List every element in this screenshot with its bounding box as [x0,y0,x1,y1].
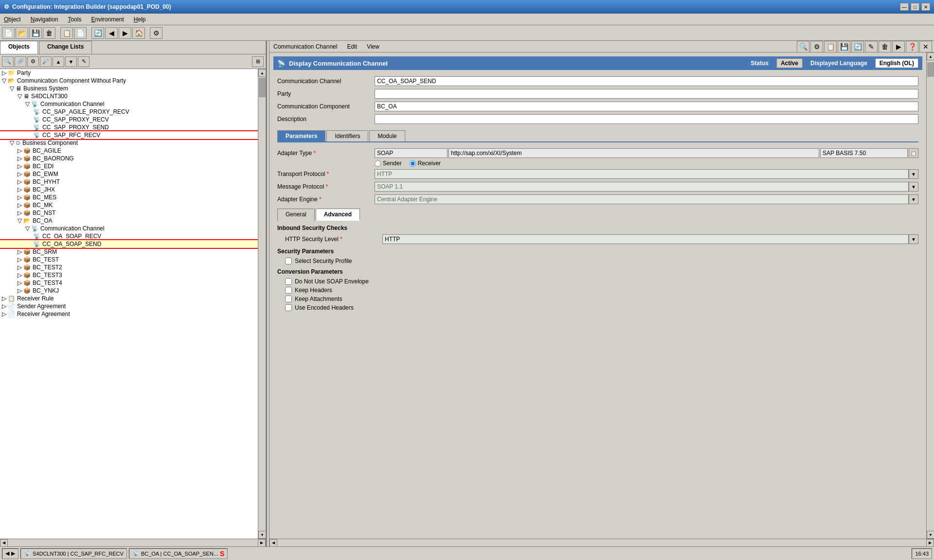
status-scroll-left[interactable]: ◀ [5,550,9,557]
keep-attachments-checkbox[interactable] [285,296,292,302]
right-scroll-right[interactable]: ▶ [926,539,934,547]
transport-protocol-dropdown-btn[interactable]: ▼ [909,169,918,179]
tree-node-bc-oa[interactable]: ▽ 📂 BC_OA [0,217,258,225]
tree-node-bc-ynkj[interactable]: ▷ 📦 BC_YNKJ [0,287,258,295]
minimize-button[interactable]: — [900,3,909,11]
adapter-type-version[interactable] [820,148,908,158]
left-toolbar-btn2[interactable]: 🔗 [15,56,26,67]
toolbar-refresh[interactable]: 🔄 [91,27,104,39]
left-toolbar-btn3[interactable]: ⚙ [27,56,39,67]
right-scroll-thumb[interactable] [927,62,934,77]
close-button[interactable]: ✕ [921,3,930,11]
tree-node-bc-nst[interactable]: ▷ 📦 BC_NST [0,209,258,217]
adapter-type-value[interactable] [375,148,448,158]
right-menu-view[interactable]: View [365,42,381,51]
tree-node-cc-oa-soap-send[interactable]: 📡 CC_OA_SOAP_SEND [0,240,258,248]
tree-node-cc-proxy-recv[interactable]: 📡 CC_SAP_PROXY_RECV [0,116,258,123]
sub-tab-advanced[interactable]: Advanced [316,209,360,221]
tree-horiz-scrollbar[interactable]: ◀ ▶ [0,539,266,546]
left-toolbar-expand[interactable]: ⊞ [252,56,264,67]
right-horiz-scrollbar[interactable]: ◀ ▶ [269,539,934,546]
tree-node-bc-srm[interactable]: ▷ 📦 BC_SRM [0,248,258,256]
tree-node-business-component[interactable]: ▽ ⊙ Business Component [0,139,258,147]
message-protocol-dropdown-btn[interactable]: ▼ [909,182,918,192]
menu-object[interactable]: Object [2,15,23,24]
right-toolbar-btn9[interactable]: ❓ [906,41,918,52]
tree-node-comm-channel-bc-oa[interactable]: ▽ 📡 Communication Channel [0,225,258,232]
tree-node-bc-mes[interactable]: ▷ 📦 BC_MES [0,193,258,201]
right-vertical-scrollbar[interactable]: ▲ ▼ [926,52,934,539]
tree-node-bc-baorong[interactable]: ▷ 📦 BC_BAORONG [0,155,258,162]
tab-change-lists[interactable]: Change Lists [39,41,92,54]
right-toolbar-btn3[interactable]: 📋 [824,41,837,52]
tree-node-bc-hyht[interactable]: ▷ 📦 BC_HYHT [0,178,258,186]
tree-node-receiver-agreement[interactable]: ▷ 📄 Receiver Agreement [0,310,258,318]
tab-identifiers[interactable]: Identifiers [326,130,368,141]
toolbar-open[interactable]: 📂 [16,27,28,39]
http-security-level-dropdown-btn[interactable]: ▼ [909,234,918,244]
sender-radio[interactable] [375,160,381,167]
right-scroll-up[interactable]: ▲ [927,52,934,60]
maximize-button[interactable]: □ [911,3,919,11]
tree-node-bc-test4[interactable]: ▷ 📦 BC_TEST4 [0,279,258,287]
sender-radio-label[interactable]: Sender [375,160,402,167]
tree-scroll-up[interactable]: ▲ [258,69,266,77]
tree-node-bc-test2[interactable]: ▷ 📦 BC_TEST2 [0,263,258,271]
right-scroll-down[interactable]: ▼ [927,531,934,539]
tab-objects[interactable]: Objects [0,41,38,54]
right-toolbar-btn1[interactable]: 🔍 [797,41,809,52]
left-toolbar-btn6[interactable]: ▼ [65,56,77,67]
right-toolbar-btn7[interactable]: 🗑 [879,41,891,52]
toolbar-delete[interactable]: 🗑 [43,27,55,39]
toolbar-paste[interactable]: 📄 [74,27,87,39]
lang-dropdown[interactable]: English (OL) [875,58,918,68]
toolbar-forward[interactable]: ▶ [119,27,131,39]
tree-vertical-scrollbar[interactable]: ▲ ▼ [258,69,266,539]
tree-node-comm-channel-s4[interactable]: ▽ 📡 Communication Channel [0,100,258,108]
tab-parameters[interactable]: Parameters [277,130,325,141]
menu-tools[interactable]: Tools [66,15,83,24]
right-scroll-left[interactable]: ◀ [269,539,277,547]
tree-scroll-thumb[interactable] [259,78,266,97]
tree-scroll-left[interactable]: ◀ [0,539,8,547]
right-toolbar-btn8[interactable]: ▶ [892,41,905,52]
toolbar-back[interactable]: ◀ [105,27,118,39]
toolbar-copy[interactable]: 📋 [60,27,73,39]
do-not-use-soap-checkbox[interactable] [285,278,292,285]
tree-node-cc-oa-soap-recv[interactable]: 📡 CC_OA_SOAP_RECV [0,232,258,240]
tree-node-cc-proxy-send[interactable]: 📡 CC_SAP_PROXY_SEND [0,123,258,131]
keep-headers-checkbox[interactable] [285,287,292,294]
tree-node-bc-edi[interactable]: ▷ 📦 BC_EDI [0,162,258,170]
comm-component-input[interactable] [375,102,918,111]
status-scroll-right[interactable]: ▶ [11,550,15,557]
adapter-type-copy-btn[interactable]: 📋 [909,148,918,158]
adapter-type-url[interactable] [449,148,819,158]
tree-node-cc-rfc-recv[interactable]: 📡 CC_SAP_RFC_RECV [0,131,258,139]
toolbar-settings[interactable]: ⚙ [150,27,162,39]
tree-scroll-track[interactable] [258,77,266,531]
right-scroll-track[interactable] [927,60,934,531]
tree-node-cc-agile[interactable]: 📡 CC_SAP_AGILE_PROXY_RECV [0,108,258,116]
toolbar-new[interactable]: 📄 [2,27,15,39]
description-input[interactable] [375,114,918,124]
tree-node-party[interactable]: ▷ 📁 Party [0,69,258,77]
menu-help[interactable]: Help [132,15,148,24]
tab-module[interactable]: Module [369,130,405,141]
left-toolbar-btn4[interactable]: 🔎 [40,56,52,67]
tree-scroll-right[interactable]: ▶ [258,539,266,547]
left-toolbar-btn1[interactable]: 🔍 [2,56,14,67]
adapter-engine-dropdown-btn[interactable]: ▼ [909,194,918,204]
sub-tab-general[interactable]: General [277,209,315,221]
use-encoded-headers-checkbox[interactable] [285,304,292,311]
right-menu-edit[interactable]: Edit [345,42,359,51]
tree-node-s4dclnt300[interactable]: ▽ 🖥 S4DCLNT300 [0,92,258,100]
left-toolbar-btn5[interactable]: ▲ [53,56,64,67]
select-security-profile-checkbox[interactable] [285,258,292,264]
right-toolbar-btn6[interactable]: ✎ [865,41,878,52]
tree-node-bc-test[interactable]: ▷ 📦 BC_TEST [0,256,258,263]
party-input[interactable] [375,89,918,99]
tree-node-business-system[interactable]: ▽ 🖥 Business System [0,85,258,92]
tree-node-comm-comp[interactable]: ▽ 📂 Communication Component Without Part… [0,77,258,85]
tree-node-bc-jhx[interactable]: ▷ 📦 BC_JHX [0,186,258,193]
right-toolbar-close[interactable]: ✕ [919,41,932,52]
